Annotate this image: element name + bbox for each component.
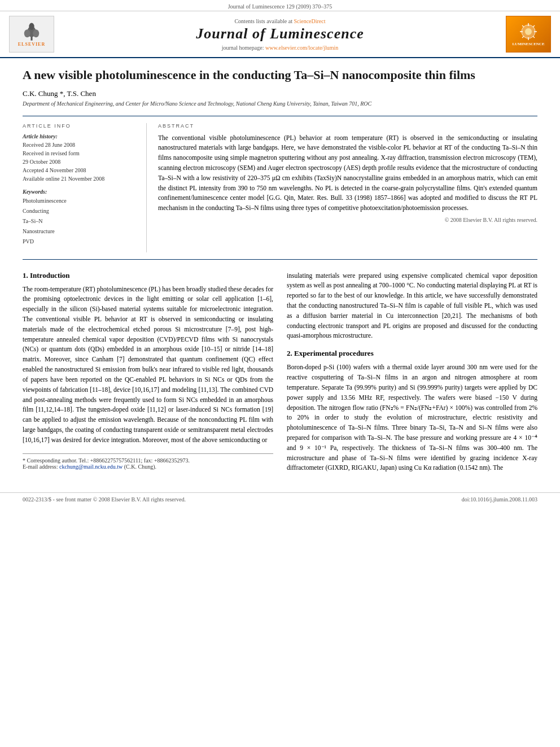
svg-line-14 [522,36,524,38]
issn-text: 0022-2313/$ - see front matter © 2008 El… [23,496,186,503]
bottom-bar: 0022-2313/$ - see front matter © 2008 El… [0,492,560,506]
body-content: 1. Introduction The room-temperature (RT… [23,271,537,482]
journal-header: ELSEVIER Contents lists available at Sci… [0,11,560,58]
keyword-5: PVD [23,237,138,247]
luminescence-icon [513,22,544,42]
homepage-line: journal homepage: www.elsevier.com/locat… [60,45,500,51]
svg-point-2 [24,29,30,37]
journal-citation: Journal of Luminescence 129 (2009) 370–3… [228,3,333,10]
affiliation: Department of Mechanical Engineering, an… [23,101,537,107]
sciencedirect-link[interactable]: ScienceDirect [294,18,325,24]
intro-para-1: The room-temperature (RT) photoluminesce… [23,285,273,445]
keyword-3: Ta–Si–N [23,216,138,226]
svg-point-4 [29,23,34,29]
copyright-line: © 2008 Elsevier B.V. All rights reserved… [158,217,537,223]
experimental-heading: 2. Experimental procedures [287,349,537,358]
elsevier-tree-icon [20,22,43,42]
intro-para-2: insulating materials were prepared using… [287,271,537,342]
abstract-col: ABSTRACT The conventional visible photol… [158,123,537,252]
header-center: Contents lists available at ScienceDirec… [60,18,500,51]
experimental-para-1: Boron-doped p-Si (100) wafers with a the… [287,362,537,473]
article-info-abstract: ARTICLE INFO Article history: Received 2… [23,116,537,260]
abstract-text: The conventional visible photoluminescen… [158,133,537,214]
homepage-link[interactable]: www.elsevier.com/locate/jlumin [265,45,338,51]
footnote-email-link[interactable]: ckchung@mail.ncku.edu.tw [59,464,123,470]
luminescence-label: LUMINESCENCE [512,42,544,46]
svg-line-13 [533,25,535,27]
doi-text: doi:10.1016/j.jlumin.2008.11.003 [462,496,537,503]
luminescence-badge-area: LUMINESCENCE [500,16,551,53]
keyword-1: Photoluminescence [23,196,138,206]
footnote-email: E-mail address: ckchung@mail.ncku.edu.tw… [23,464,273,470]
keywords-list: Photoluminescence Conducting Ta–Si–N Nan… [23,196,138,247]
experimental-title: Experimental procedures [294,349,374,357]
experimental-section: 2. Experimental procedures Boron-doped p… [287,349,537,473]
elsevier-logo: ELSEVIER [9,16,54,53]
authors: C.K. Chung *, T.S. Chen [23,89,537,98]
main-content: A new visible photoluminescence in the c… [0,58,560,492]
body-left-col: 1. Introduction The room-temperature (RT… [23,271,273,482]
svg-line-12 [533,36,535,38]
body-right-col: insulating materials were prepared using… [287,271,537,482]
footnote-star: * Corresponding author. Tel.: +886622757… [23,457,273,464]
article-info-col: ARTICLE INFO Article history: Received 2… [23,123,147,252]
luminescence-badge: LUMINESCENCE [506,16,551,53]
intro-title: Introduction [30,271,70,279]
article-info-heading: ARTICLE INFO [23,123,138,129]
keyword-4: Nanostructure [23,226,138,237]
intro-continuation: insulating materials were prepared using… [287,271,537,342]
elsevier-text: ELSEVIER [18,42,45,47]
journal-title: Journal of Luminescence [60,25,500,42]
sciencedirect-line: Contents lists available at ScienceDirec… [60,18,500,24]
keywords-section: Keywords: Photoluminescence Conducting T… [23,189,138,247]
svg-point-3 [33,29,39,37]
keyword-2: Conducting [23,206,138,216]
svg-line-11 [522,25,524,27]
intro-heading: 1. Introduction [23,271,273,280]
abstract-heading: ABSTRACT [158,123,537,129]
article-title: A new visible photoluminescence in the c… [23,67,537,84]
svg-point-6 [525,28,532,35]
intro-section: 1. Introduction The room-temperature (RT… [23,271,273,445]
journal-top-bar: Journal of Luminescence 129 (2009) 370–3… [0,0,560,11]
elsevier-logo-area: ELSEVIER [9,16,60,53]
article-history: Article history: Received 28 June 2008 R… [23,133,138,183]
footnote-area: * Corresponding author. Tel.: +886622757… [23,453,273,470]
